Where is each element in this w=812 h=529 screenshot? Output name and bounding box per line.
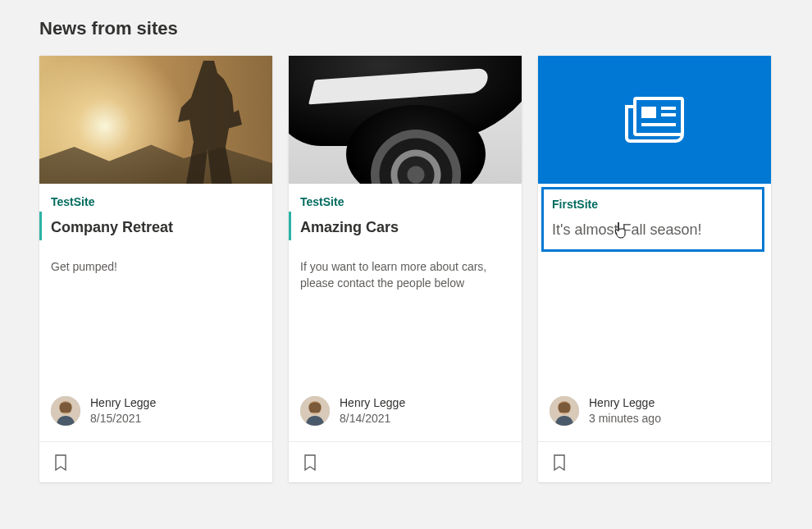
news-section: News from sites TestSite Company Retreat… <box>0 0 812 482</box>
news-card-footer <box>538 441 771 482</box>
news-site-name[interactable]: TestSite <box>51 195 261 208</box>
author-row: Henry Legge 8/15/2021 <box>51 395 261 426</box>
news-title[interactable]: Amazing Cars <box>300 218 510 237</box>
news-icon <box>623 95 686 144</box>
news-site-name[interactable]: TestSite <box>300 195 510 208</box>
news-hero-placeholder <box>538 56 771 184</box>
svg-rect-5 <box>641 107 656 118</box>
section-title: News from sites <box>39 18 773 39</box>
timestamp: 3 minutes ago <box>589 411 661 426</box>
timestamp: 8/14/2021 <box>340 411 405 426</box>
news-card-footer <box>289 441 522 482</box>
accent-bar <box>289 212 291 240</box>
news-description: If you want to learn more about cars, pl… <box>300 258 510 292</box>
news-description: Get pumped! <box>51 258 261 275</box>
author-name: Henry Legge <box>90 395 156 411</box>
bookmark-icon[interactable] <box>300 453 320 472</box>
news-card-footer <box>39 441 272 482</box>
avatar[interactable] <box>300 396 330 426</box>
news-card-body: TestSite Amazing Cars If you want to lea… <box>289 184 522 441</box>
bookmark-icon[interactable] <box>51 453 71 472</box>
news-card[interactable]: TestSite Amazing Cars If you want to lea… <box>289 56 522 482</box>
news-card-body: TestSite Company Retreat Get pumped! Hen… <box>39 184 272 441</box>
author-name: Henry Legge <box>589 395 661 411</box>
news-title-block[interactable]: TestSite Amazing Cars <box>292 187 515 247</box>
news-card[interactable]: FirstSite It's almost Fall season! Henry <box>538 56 771 482</box>
news-hero-image <box>289 56 522 184</box>
news-card[interactable]: TestSite Company Retreat Get pumped! Hen… <box>39 56 272 482</box>
bookmark-icon[interactable] <box>550 453 569 472</box>
news-title-block[interactable]: TestSite Company Retreat <box>43 187 266 247</box>
news-cards-row: TestSite Company Retreat Get pumped! Hen… <box>39 56 773 482</box>
news-site-name[interactable]: FirstSite <box>552 198 757 211</box>
news-card-body: FirstSite It's almost Fall season! Henry <box>538 184 771 441</box>
avatar[interactable] <box>51 396 80 426</box>
news-title-block[interactable]: FirstSite It's almost Fall season! <box>541 187 764 252</box>
news-hero-image <box>39 56 272 184</box>
author-row: Henry Legge 3 minutes ago <box>550 395 760 426</box>
news-title[interactable]: Company Retreat <box>51 218 261 237</box>
news-title[interactable]: It's almost Fall season! <box>552 221 757 239</box>
avatar[interactable] <box>550 396 579 426</box>
author-row: Henry Legge 8/14/2021 <box>300 395 510 426</box>
timestamp: 8/15/2021 <box>90 411 156 426</box>
author-name: Henry Legge <box>340 395 405 411</box>
accent-bar <box>39 212 42 240</box>
